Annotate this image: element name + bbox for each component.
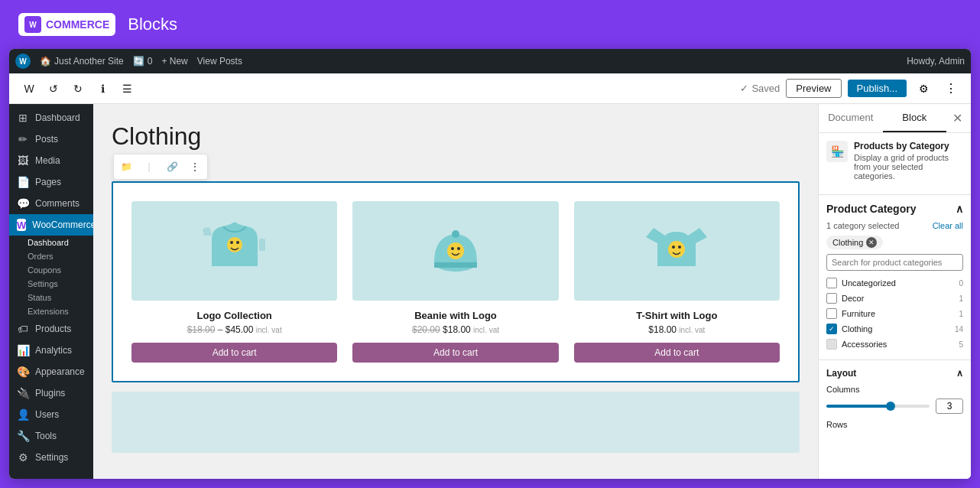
wp-frame: W 🏠 Just Another Site 🔄 0 + New View Pos… [9, 49, 971, 479]
clothing-tag: Clothing ✕ [826, 236, 883, 249]
sidebar-item-woocommerce[interactable]: W WooCommerce [9, 214, 93, 236]
category-checkbox-furniture[interactable] [826, 308, 837, 319]
analytics-icon: 📊 [17, 344, 29, 356]
price-incl-1: incl. vat [256, 326, 282, 334]
products-grid: Logo Collection $18.00 – $45.00 incl. va… [131, 201, 780, 363]
category-item-decor: Decor 1 [826, 291, 963, 306]
redo-button[interactable]: ↻ [67, 78, 89, 99]
sidebar-sub-status[interactable]: Status [9, 291, 93, 304]
wp-admin-bar: W 🏠 Just Another Site 🔄 0 + New View Pos… [9, 49, 971, 73]
settings-button[interactable]: ⚙ [913, 78, 934, 99]
toolbar-w-button[interactable]: W [18, 78, 40, 99]
block-info-section: 🏪 Products by Category Display a grid of… [819, 133, 971, 195]
sidebar-sub-coupons[interactable]: Coupons [9, 263, 93, 277]
block-type-description: Display a grid of products from your sel… [854, 153, 963, 181]
svg-point-7 [451, 247, 454, 250]
category-item-uncategorized: Uncategorized 0 [826, 275, 963, 291]
sidebar-item-products[interactable]: 🏷 Products [9, 318, 93, 340]
product-name-1: Logo Collection [131, 310, 337, 321]
block-meta: Products by Category Display a grid of p… [854, 141, 963, 181]
product-card-3: T-Shirt with Logo $18.00 incl. vat Add t… [574, 201, 780, 363]
sidebar-appearance-label: Appearance [35, 366, 85, 377]
saved-label: Saved [751, 83, 780, 94]
product-price-1: $18.00 – $45.00 incl. vat [131, 324, 337, 335]
tab-block[interactable]: Block [883, 104, 947, 132]
category-checkbox-uncategorized[interactable] [826, 278, 837, 288]
admin-bar-site[interactable]: 🏠 Just Another Site [40, 56, 124, 67]
product-image-2 [352, 201, 558, 301]
list-view-button[interactable]: ☰ [116, 78, 138, 99]
preview-button[interactable]: Preview [786, 79, 841, 98]
updates-icon: 🔄 [133, 56, 144, 67]
block-type-icon: 🏪 [826, 141, 848, 162]
sidebar-pages-label: Pages [35, 177, 61, 187]
sidebar-sub-settings[interactable]: Settings [9, 277, 93, 291]
add-cart-button-1[interactable]: Add to cart [131, 343, 337, 363]
sidebar-item-settings[interactable]: ⚙ Settings [9, 447, 93, 468]
category-name-furniture: Furniture [842, 309, 954, 318]
product-card-1: Logo Collection $18.00 – $45.00 incl. va… [131, 201, 337, 363]
tools-icon: 🔧 [17, 430, 29, 442]
columns-input[interactable] [936, 399, 963, 414]
page-heading: Clothing [112, 122, 800, 151]
woo-logo[interactable]: W COMMERCE [18, 13, 115, 36]
product-category-title[interactable]: Product Category ∧ [826, 203, 963, 215]
category-list: Uncategorized 0 Decor 1 Furniture 1 [826, 275, 963, 352]
sidebar-item-comments[interactable]: 💬 Comments [9, 193, 93, 214]
admin-bar-view-posts[interactable]: View Posts [197, 56, 242, 67]
wp-editor-canvas: Clothing 📁 | 🔗 ⋮ [93, 104, 818, 479]
sidebar-sub-orders[interactable]: Orders [9, 249, 93, 263]
category-count-clothing: 14 [955, 325, 963, 333]
add-cart-button-3[interactable]: Add to cart [574, 343, 780, 363]
sidebar-item-analytics[interactable]: 📊 Analytics [9, 340, 93, 361]
publish-button[interactable]: Publish... [848, 80, 907, 97]
second-block-preview [112, 392, 800, 453]
sidebar-item-users[interactable]: 👤 Users [9, 404, 93, 425]
wp-logo-item[interactable]: W [15, 54, 31, 69]
sidebar-item-appearance[interactable]: 🎨 Appearance [9, 361, 93, 382]
sidebar-item-tools[interactable]: 🔧 Tools [9, 425, 93, 447]
products-block[interactable]: 📁 | 🔗 ⋮ [112, 181, 800, 382]
undo-button[interactable]: ↺ [43, 78, 64, 99]
appearance-icon: 🎨 [17, 366, 29, 378]
svg-point-9 [452, 230, 459, 238]
block-link-btn[interactable]: 🔗 [161, 156, 183, 177]
sidebar-sub-dashboard[interactable]: Dashboard [9, 236, 93, 249]
view-posts-label: View Posts [197, 56, 242, 67]
sidebar-item-posts[interactable]: ✏ Posts [9, 129, 93, 150]
sidebar-item-pages[interactable]: 📄 Pages [9, 171, 93, 193]
slider-thumb[interactable] [886, 402, 895, 411]
block-more-btn[interactable]: ⋮ [184, 156, 206, 177]
sidebar-item-dashboard[interactable]: ⊞ Dashboard [9, 107, 93, 129]
app-page-title: Blocks [128, 15, 177, 34]
category-checkbox-clothing[interactable]: ✓ [826, 324, 837, 334]
more-options-button[interactable]: ⋮ [940, 78, 962, 99]
category-search-input[interactable] [826, 254, 963, 271]
category-checkbox-accessories[interactable] [826, 339, 837, 350]
sidebar-item-plugins[interactable]: 🔌 Plugins [9, 382, 93, 404]
admin-bar-howdy: Howdy, Admin [907, 56, 965, 67]
layout-title[interactable]: Layout ∧ [826, 368, 963, 379]
svg-point-11 [668, 241, 685, 258]
product-price-2: $20.00 $18.00 incl. vat [352, 324, 558, 335]
block-icon-btn[interactable]: 📁 [115, 156, 137, 177]
info-button[interactable]: ℹ [92, 78, 113, 99]
tag-remove-button[interactable]: ✕ [866, 237, 877, 248]
add-cart-button-2[interactable]: Add to cart [352, 343, 558, 363]
sidebar-item-collapse[interactable]: ◀ Collapse menu [9, 474, 93, 479]
admin-bar-updates[interactable]: 🔄 0 [133, 56, 153, 67]
clear-all-link[interactable]: Clear all [933, 221, 963, 230]
sidebar-comments-label: Comments [35, 198, 80, 209]
admin-bar-new[interactable]: + New [161, 56, 187, 67]
product-name-3: T-Shirt with Logo [574, 310, 780, 321]
tab-document[interactable]: Document [819, 104, 883, 132]
block-toolbar: 📁 | 🔗 ⋮ [113, 154, 208, 180]
sidebar-sub-extensions[interactable]: Extensions [9, 304, 93, 318]
columns-slider[interactable] [826, 405, 930, 408]
layout-collapse-icon: ∧ [956, 368, 963, 379]
panel-close-button[interactable]: ✕ [946, 108, 968, 129]
plugins-icon: 🔌 [17, 387, 29, 399]
category-checkbox-decor[interactable] [826, 293, 837, 304]
sidebar-item-media[interactable]: 🖼 Media [9, 150, 93, 171]
category-item-clothing: ✓ Clothing 14 [826, 321, 963, 337]
